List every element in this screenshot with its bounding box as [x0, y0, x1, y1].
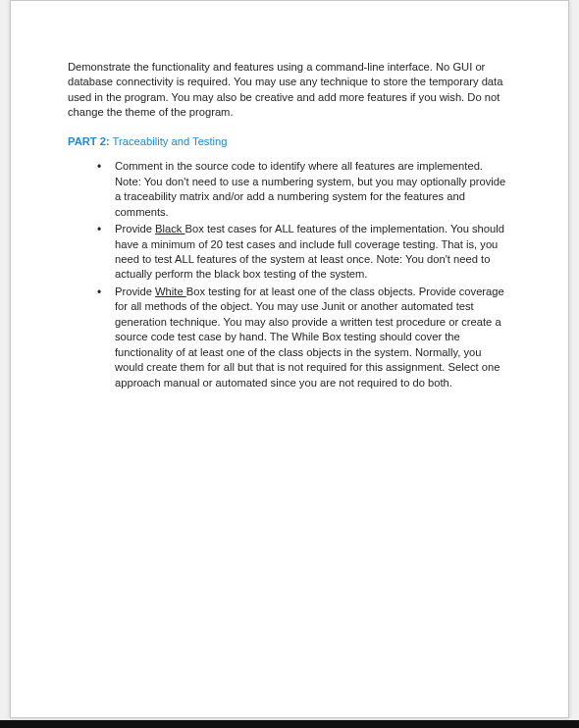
bullet-underline: Black	[155, 223, 184, 234]
list-item: Comment in the source code to identify w…	[101, 159, 511, 220]
bullet-pre: Provide	[115, 223, 155, 234]
bullet-post: Box testing for at least one of the clas…	[115, 286, 504, 389]
document-viewport: Demonstrate the functionality and featur…	[0, 0, 579, 728]
part-heading: PART 2: Traceability and Testing	[68, 134, 511, 149]
part-title: Traceability and Testing	[113, 135, 228, 147]
bullet-underline: White	[155, 286, 186, 297]
intro-paragraph: Demonstrate the functionality and featur…	[68, 60, 511, 121]
bottom-bar	[0, 720, 579, 728]
bullet-text: Comment in the source code to identify w…	[115, 160, 505, 217]
requirements-list: Comment in the source code to identify w…	[68, 159, 511, 390]
document-page: Demonstrate the functionality and featur…	[10, 0, 569, 718]
list-item: Provide Black Box test cases for ALL fea…	[101, 222, 511, 283]
part-label: PART 2:	[68, 135, 110, 147]
bullet-pre: Provide	[115, 286, 155, 297]
list-item: Provide White Box testing for at least o…	[101, 285, 511, 390]
